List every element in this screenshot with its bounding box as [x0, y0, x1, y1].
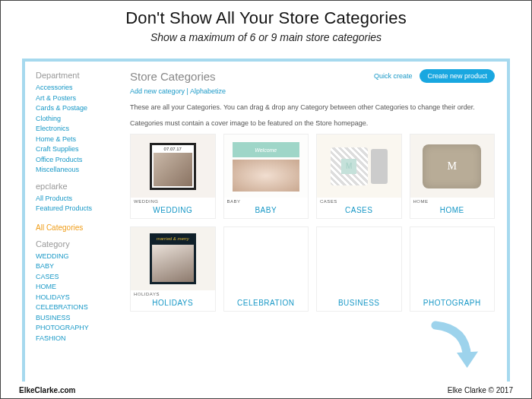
description-line-2: Categories must contain a cover image to…	[130, 119, 495, 128]
sidebar-link[interactable]: Electronics	[36, 124, 118, 135]
category-thumb	[410, 227, 495, 296]
sidebar-link[interactable]: Clothing	[36, 114, 118, 125]
quick-create-link[interactable]: Quick create	[374, 72, 413, 80]
sidebar-link[interactable]: Office Products	[36, 155, 118, 166]
tiny-label: CASES	[317, 198, 401, 204]
category-thumb: Welcome	[224, 135, 309, 198]
category-card-wedding[interactable]: 07.07.17 WEDDING WEDDING	[130, 134, 216, 219]
card-label: WEDDING	[131, 204, 215, 218]
sidebar-link[interactable]: HOLIDAYS	[36, 293, 118, 303]
tiny-label: HOME	[410, 198, 495, 204]
sidebar-link[interactable]: Accessories	[36, 83, 118, 93]
sidebar-link[interactable]: FASHION	[36, 334, 118, 344]
sublinks: Add new category | Alphabetize	[130, 87, 495, 95]
header-actions: Quick create Create new product	[374, 69, 495, 83]
add-new-category-link[interactable]: Add new category	[130, 87, 185, 95]
category-card-baby[interactable]: Welcome BABY BABY	[223, 134, 309, 219]
sidebar-link[interactable]: BABY	[36, 261, 118, 272]
tiny-label: HOLIDAYS	[131, 290, 215, 296]
subheadline: Show a maximum of 6 or 9 main store cate…	[1, 31, 531, 43]
card-label: BUSINESS	[317, 296, 401, 311]
category-thumb	[224, 227, 309, 296]
sidebar-link[interactable]: CELEBRATIONS	[36, 302, 118, 313]
sidebar-heading-category: Category	[36, 239, 118, 249]
thumb-date: 07.07.17	[152, 145, 194, 151]
card-label: HOME	[410, 204, 495, 218]
sidebar-link[interactable]: Art & Posters	[36, 93, 118, 104]
category-thumb	[317, 135, 401, 198]
category-card-celebration[interactable]: CELEBRATION	[223, 226, 309, 312]
card-label: BABY	[224, 204, 309, 218]
screenshot-highlight-border: Department Accessories Art & Posters Car…	[22, 59, 510, 382]
card-label: HOLIDAYS	[131, 296, 215, 311]
main-panel: Store Categories Quick create Create new…	[125, 62, 507, 382]
sidebar-link[interactable]: Miscellaneous	[36, 165, 118, 176]
category-card-home[interactable]: M HOME HOME	[410, 134, 496, 219]
sidebar-link[interactable]: Home & Pets	[36, 135, 118, 145]
footer-copyright: Elke Clarke © 2017	[448, 386, 513, 394]
sidebar-link[interactable]: PHOTOGRAPHY	[36, 323, 118, 334]
app-layout: Department Accessories Art & Posters Car…	[25, 62, 507, 382]
thumb-holiday-text: married & merry	[150, 233, 196, 245]
sidebar-link[interactable]: Featured Products	[36, 204, 118, 214]
pillow-icon: M	[423, 144, 481, 188]
category-grid: 07.07.17 WEDDING WEDDING Welcome BABY BA…	[130, 134, 495, 312]
category-card-holidays[interactable]: married & merry HOLIDAYS HOLIDAYS	[130, 226, 216, 312]
footer-site: ElkeClarke.com	[19, 386, 76, 394]
sidebar-link[interactable]: BUSINESS	[36, 313, 118, 324]
card-label: PHOTOGRAPH	[410, 296, 495, 311]
slide-frame: Don't Show All Your Store Categories Sho…	[0, 0, 532, 399]
create-new-product-button[interactable]: Create new product	[420, 69, 495, 83]
annotation-arrow-icon	[423, 316, 484, 377]
category-card-photograph[interactable]: PHOTOGRAPH	[410, 226, 496, 312]
sidebar-link[interactable]: Cards & Postage	[36, 103, 118, 114]
alphabetize-link[interactable]: Alphabetize	[190, 87, 226, 95]
category-thumb	[317, 227, 401, 296]
description-line-1: These are all your Categories. You can d…	[130, 103, 495, 112]
category-card-cases[interactable]: CASES CASES	[316, 134, 402, 219]
sidebar-link[interactable]: All Products	[36, 194, 118, 204]
sidebar-link[interactable]: Craft Supplies	[36, 144, 118, 155]
sidebar-all-categories[interactable]: All Categories	[36, 222, 118, 233]
category-thumb: married & merry	[131, 227, 215, 290]
thumb-banner: Welcome	[233, 142, 299, 157]
sidebar-heading-department: Department	[36, 71, 118, 80]
main-header: Store Categories Quick create Create new…	[130, 69, 495, 83]
card-label: CELEBRATION	[224, 296, 309, 311]
sidebar-link[interactable]: CASES	[36, 272, 118, 283]
sidebar-heading-store: epclarke	[36, 182, 118, 191]
headline: Don't Show All Your Store Categories	[1, 8, 531, 28]
sidebar-link[interactable]: HOME	[36, 282, 118, 293]
card-label: CASES	[317, 204, 401, 218]
page-title: Store Categories	[130, 70, 216, 83]
sidebar-link[interactable]: WEDDING	[36, 252, 118, 262]
sidebar: Department Accessories Art & Posters Car…	[25, 62, 125, 382]
tiny-label: WEDDING	[131, 198, 215, 204]
pillow-letter: M	[448, 160, 457, 173]
category-thumb: M	[410, 135, 495, 198]
category-thumb: 07.07.17	[131, 135, 215, 198]
category-card-business[interactable]: BUSINESS	[316, 226, 402, 312]
tiny-label: BABY	[224, 198, 309, 204]
